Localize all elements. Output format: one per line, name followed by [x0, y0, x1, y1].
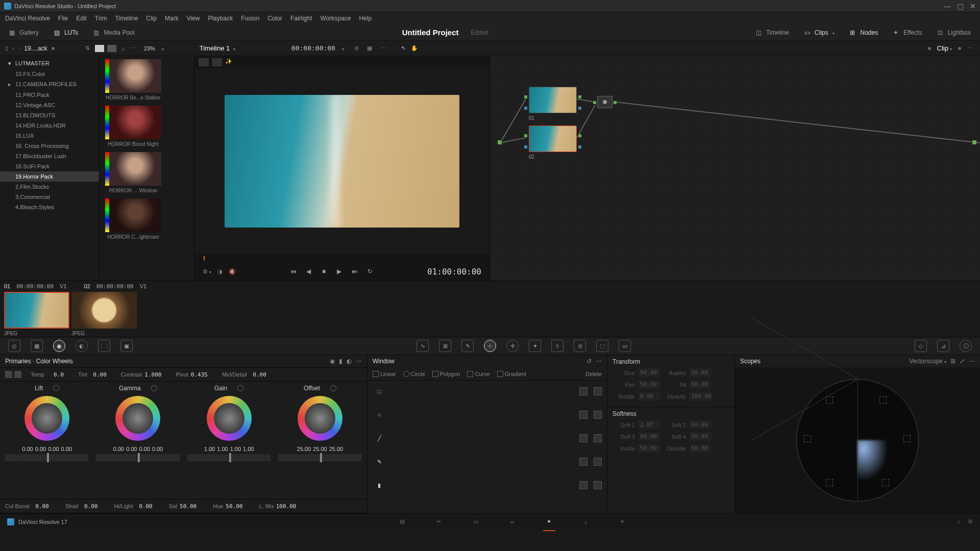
lut-folder-selected[interactable]: 19.Horror Pack [0, 171, 99, 182]
invert-toggle[interactable] [594, 411, 602, 419]
curve-tool[interactable]: Curve [467, 371, 489, 377]
clip-mode-label[interactable]: Clip [937, 44, 952, 52]
key-icon[interactable]: ⊘ [574, 340, 586, 352]
effects-toggle[interactable]: ✦Effects [889, 27, 926, 38]
auto-balance-icon[interactable] [5, 371, 12, 378]
rgb-mixer-icon[interactable]: ⋮⋮ [98, 340, 110, 352]
rotate-value[interactable]: 0.00 [638, 392, 660, 400]
node-key-output-port[interactable] [578, 106, 582, 110]
circle-shape-icon[interactable]: ○ [373, 408, 386, 421]
mixer-input-port[interactable] [593, 101, 597, 105]
nav-back-icon[interactable]: ‹ [12, 45, 14, 52]
loop-button[interactable]: ↻ [364, 266, 376, 277]
first-frame-button[interactable]: ⏮ [288, 266, 299, 277]
bypass-icon[interactable]: ⊘ [354, 45, 359, 52]
clips-toggle[interactable]: ▭Clips [800, 27, 839, 38]
viewer-settings-icon[interactable]: ⚙ [203, 268, 211, 275]
lut-folder[interactable]: 14.HDR.Looks.HDR [0, 120, 99, 131]
scope-options-icon[interactable]: ⋯ [969, 358, 975, 365]
lift-reset[interactable] [53, 385, 59, 391]
inside-value[interactable]: 50.00 [638, 444, 660, 453]
gradient-shape-icon[interactable]: ▮ [373, 479, 386, 492]
gamma-master-slider[interactable] [96, 454, 180, 461]
node-key-input-port[interactable] [524, 106, 528, 110]
soft4-value[interactable]: 50.00 [689, 432, 712, 441]
lut-preview-item[interactable]: HORROR Be...e Stalker [105, 59, 191, 101]
node-graph[interactable]: 01 02 [490, 56, 980, 281]
qualifier-icon[interactable]: ✎ [461, 340, 474, 352]
gallery-toggle[interactable]: ▦Gallery [5, 27, 43, 38]
gain-wheel[interactable] [207, 396, 252, 441]
delete-window[interactable]: Delete [585, 371, 602, 377]
lut-folder-root[interactable]: ▾LUTMASTER [0, 58, 99, 69]
viewer-wand-icon[interactable]: ✨ [225, 58, 235, 66]
clip-thumbnail[interactable]: JPEG [4, 292, 69, 336]
lut-tree[interactable]: ▾LUTMASTER 10.FX.Color ▸11.CAMERA.PROFIL… [0, 56, 100, 281]
tint-value[interactable]: 0.00 [89, 371, 107, 378]
lut-breadcrumb[interactable]: 19....ack [24, 45, 47, 52]
middetail-value[interactable]: 0.00 [249, 371, 266, 378]
offset-master-slider[interactable] [278, 454, 362, 461]
close-button[interactable]: ✕ [970, 2, 976, 10]
mediapool-toggle[interactable]: ▥Media Pool [89, 27, 138, 38]
viewer-options-icon[interactable]: ⋯ [380, 45, 386, 52]
linear-tool[interactable]: Linear [373, 371, 396, 377]
grid-view-icon[interactable] [95, 45, 104, 52]
size-value[interactable]: 50.00 [638, 368, 660, 377]
window-shape-list[interactable]: □ ○ ╱ ✎ ▮ [368, 381, 607, 513]
menu-file[interactable]: File [58, 15, 68, 22]
contrast-value[interactable]: 1.000 [144, 371, 161, 378]
lift-master-slider[interactable] [5, 454, 89, 461]
gain-master-slider[interactable] [187, 454, 271, 461]
window-palette-icon[interactable]: ○ [484, 340, 496, 352]
aspect-value[interactable]: 50.00 [689, 368, 712, 377]
media-page-button[interactable]: ▤ [396, 516, 408, 528]
invert-toggle[interactable] [594, 434, 602, 442]
offset-reset[interactable] [330, 385, 336, 391]
edit-page-button[interactable]: ▭ [470, 516, 482, 528]
maximize-button[interactable]: ▢ [957, 2, 964, 10]
info-icon[interactable]: ⓘ [960, 340, 972, 352]
lightbox-toggle[interactable]: ⊡Lightbox [934, 27, 975, 38]
viewer-mode-1-icon[interactable] [199, 58, 209, 66]
primaries-options-icon[interactable]: ⋯ [356, 358, 362, 365]
window-reset-icon[interactable]: ↺ [586, 358, 592, 365]
step-back-button[interactable]: ◀ [303, 266, 314, 277]
zoom-value[interactable]: 23% [144, 45, 155, 52]
play-button[interactable]: ▶ [334, 266, 345, 277]
bars-mode-icon[interactable]: ▮ [339, 358, 342, 365]
gamma-reset[interactable] [151, 385, 157, 391]
tilt-value[interactable]: 50.00 [689, 380, 712, 389]
nav-fwd-icon[interactable]: › [18, 45, 20, 52]
soft1-value[interactable]: 2.07 [638, 420, 660, 429]
node-output-port[interactable] [578, 95, 582, 99]
lut-folder[interactable]: 16. Cross Processing [0, 141, 99, 151]
invert-toggle[interactable] [594, 387, 602, 395]
node-key-input-port[interactable] [524, 145, 528, 149]
mask-toggle[interactable] [579, 458, 587, 466]
parallel-mixer-node[interactable] [597, 96, 612, 108]
curves-icon[interactable]: ∿ [416, 340, 429, 352]
arrow-tool-icon[interactable]: ↖ [401, 45, 406, 52]
polygon-tool[interactable]: Polygon [432, 371, 460, 377]
node-key-output-port[interactable] [578, 145, 582, 149]
grid-overlay-icon[interactable]: ▦ [367, 45, 372, 52]
wheels-palette-icon[interactable]: ◉ [53, 340, 65, 352]
circle-tool[interactable]: Circle [403, 371, 425, 377]
viewer-split-icon[interactable]: ◑ [217, 268, 223, 275]
hand-tool-icon[interactable]: ✋ [411, 45, 418, 52]
mixer-output-port[interactable] [613, 101, 617, 105]
color-node-2[interactable]: 02 [529, 126, 577, 160]
lut-folder[interactable]: 11.PRO.Pack [0, 90, 99, 100]
sat-value[interactable]: 50.00 [179, 503, 197, 510]
wheels-mode-icon[interactable]: ◉ [330, 358, 335, 365]
deliver-page-button[interactable]: ✈ [617, 516, 629, 528]
gradient-tool[interactable]: Gradient [497, 371, 526, 377]
menu-color[interactable]: Color [267, 15, 282, 22]
shad-value[interactable]: 0.00 [80, 503, 97, 510]
list-view-icon[interactable] [107, 45, 116, 52]
color-page-button[interactable]: ✶ [543, 516, 555, 528]
mute-icon[interactable]: 🔇 [229, 268, 236, 275]
search-icon[interactable]: ⌕ [121, 45, 125, 52]
project-settings-icon[interactable]: ⚙ [968, 518, 973, 525]
